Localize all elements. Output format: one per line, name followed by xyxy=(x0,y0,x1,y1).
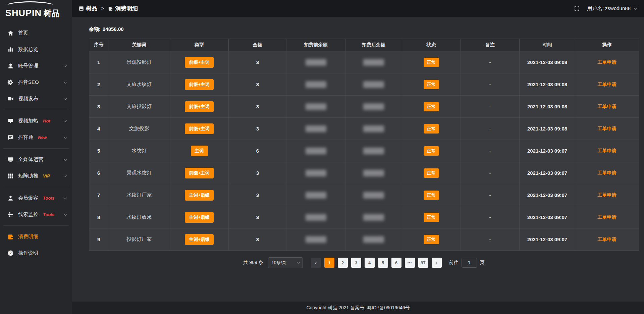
sidebar: SHUPIN树品 首页 数据总览 xyxy=(0,0,72,314)
table-row: 8 水纹灯效果 主词+后缀 3 正常 - 2021-12-03 09:07 工单… xyxy=(89,206,639,228)
work-order-link[interactable]: 工单申请 xyxy=(597,82,616,87)
post-balance-cell xyxy=(345,96,402,118)
sidebar-item[interactable]: 全媒体运营 xyxy=(0,151,72,168)
breadcrumb-item[interactable]: 消费明细 xyxy=(108,5,138,12)
post-balance-cell xyxy=(345,162,402,184)
redacted-value xyxy=(363,59,384,66)
action-cell: 工单申请 xyxy=(575,73,639,96)
table-row: 3 文旅投影灯 前缀+主词 3 正常 - 2021-12-03 09:08 工单… xyxy=(89,96,639,118)
sidebar-item-label: 操作说明 xyxy=(18,250,38,256)
page-size-value: 10条/页 xyxy=(272,260,286,266)
sidebar-item[interactable]: 首页 xyxy=(0,25,72,41)
work-order-link[interactable]: 工单申请 xyxy=(597,192,616,198)
page-button[interactable]: 4 xyxy=(365,258,375,268)
status-badge: 正常 xyxy=(424,213,439,222)
work-order-link[interactable]: 工单申请 xyxy=(597,104,616,109)
page-button[interactable]: 1 xyxy=(324,258,334,268)
work-order-link[interactable]: 工单申请 xyxy=(597,170,616,175)
type-badge: 前缀+主词 xyxy=(185,123,214,134)
action-cell: 工单申请 xyxy=(575,96,639,118)
redacted-value xyxy=(306,236,326,243)
amount-cell: 3 xyxy=(229,51,286,73)
sidebar-item-label: 抖客通 xyxy=(18,134,33,141)
sidebar-item-label: 矩阵助推 xyxy=(18,173,38,179)
media-icon xyxy=(7,156,14,163)
page-size-select[interactable]: 10条/页 xyxy=(268,257,303,268)
amount-cell: 3 xyxy=(229,228,286,251)
page-button[interactable]: 2 xyxy=(338,258,348,268)
next-page-button[interactable]: › xyxy=(432,258,442,268)
status-badge: 正常 xyxy=(424,102,439,111)
work-order-link[interactable]: 工单申请 xyxy=(597,126,616,131)
sidebar-item[interactable]: ? 操作说明 xyxy=(0,245,72,261)
status-cell: 正常 xyxy=(402,206,461,228)
prev-page-button[interactable]: ‹ xyxy=(311,258,321,268)
breadcrumb: 树品 > 消费明细 xyxy=(79,5,138,12)
amount-cell: 3 xyxy=(229,118,286,140)
sidebar-item[interactable]: 视频发布 xyxy=(0,91,72,107)
page-button[interactable]: ••• xyxy=(405,258,415,268)
remark-cell: - xyxy=(461,140,519,162)
sidebar-item-label: 会员爆客 xyxy=(18,195,38,201)
column-header: 扣费前余额 xyxy=(286,39,345,51)
page-button[interactable]: 97 xyxy=(418,258,428,268)
sidebar-item[interactable]: 线索监控 Tools xyxy=(0,206,72,223)
sidebar-item[interactable]: 数据总览 xyxy=(0,41,72,58)
time-cell: 2021-12-03 09:08 xyxy=(520,73,575,96)
redacted-value xyxy=(363,236,384,243)
status-badge: 正常 xyxy=(424,58,439,67)
type-cell: 前缀+主词 xyxy=(170,51,228,73)
column-header: 状态 xyxy=(402,39,461,51)
keyword-cell: 景观投影灯 xyxy=(108,51,170,73)
page-button[interactable]: 5 xyxy=(378,258,388,268)
type-cell: 前缀+主词 xyxy=(170,73,228,96)
keyword-cell: 水纹灯厂家 xyxy=(108,184,170,206)
total-count: 共 969 条 xyxy=(243,260,263,266)
chevron-down-icon xyxy=(64,97,67,100)
status-badge: 正常 xyxy=(424,235,439,244)
sidebar-item[interactable]: 抖音SEO xyxy=(0,74,72,91)
sidebar-item[interactable]: 矩阵助推 VIP xyxy=(0,168,72,184)
fullscreen-icon[interactable] xyxy=(574,5,580,11)
sidebar-item[interactable]: 账号管理 xyxy=(0,58,72,74)
balance: 余额:24856.00 xyxy=(89,26,639,33)
keyword-cell: 投影灯厂家 xyxy=(108,228,170,251)
username[interactable]: 用户名: zswodun88 xyxy=(587,5,631,12)
member-icon xyxy=(7,195,14,201)
status-badge: 正常 xyxy=(424,124,439,134)
status-cell: 正常 xyxy=(402,73,461,96)
amount-cell: 3 xyxy=(229,73,286,96)
balance-label: 余额: xyxy=(89,26,101,32)
table-row: 2 文旅水纹灯 前缀+主词 3 正常 - 2021-12-03 09:08 工单… xyxy=(89,73,639,96)
breadcrumb-item[interactable]: 树品 xyxy=(79,5,97,12)
sidebar-item[interactable]: 视频加热 Hot xyxy=(0,113,72,129)
heat-icon xyxy=(7,118,14,124)
column-header: 扣费后余额 xyxy=(345,39,402,51)
sidebar-item-label: 抖音SEO xyxy=(18,79,39,86)
goto-page-input[interactable] xyxy=(462,258,477,268)
work-order-link[interactable]: 工单申请 xyxy=(597,148,616,153)
remark-cell: - xyxy=(461,184,519,206)
work-order-link[interactable]: 工单申请 xyxy=(597,237,616,242)
chevron-down-icon xyxy=(64,80,67,84)
index-cell: 5 xyxy=(89,140,108,162)
sidebar-item[interactable]: 消费明细 xyxy=(0,228,72,245)
sidebar-item[interactable]: 抖客通 New xyxy=(0,129,72,146)
redacted-value xyxy=(363,170,384,176)
pre-balance-cell xyxy=(286,96,345,118)
page-button[interactable]: 6 xyxy=(391,258,401,268)
post-balance-cell xyxy=(345,228,402,251)
post-balance-cell xyxy=(345,184,402,206)
work-order-link[interactable]: 工单申请 xyxy=(597,214,616,220)
type-cell: 主词+后缀 xyxy=(170,206,228,228)
matrix-icon xyxy=(7,173,14,179)
footer: Copyright 树品 2021 备案号: 粤ICP备09019646号 xyxy=(72,302,644,314)
pre-balance-cell xyxy=(286,51,345,73)
sidebar-item[interactable]: 会员爆客 Tools xyxy=(0,190,72,206)
chevron-down-icon xyxy=(64,135,67,139)
work-order-link[interactable]: 工单申请 xyxy=(597,59,616,65)
page-button[interactable]: 3 xyxy=(351,258,361,268)
type-badge: 主词 xyxy=(191,146,208,156)
pre-balance-cell xyxy=(286,118,345,140)
post-balance-cell xyxy=(345,140,402,162)
